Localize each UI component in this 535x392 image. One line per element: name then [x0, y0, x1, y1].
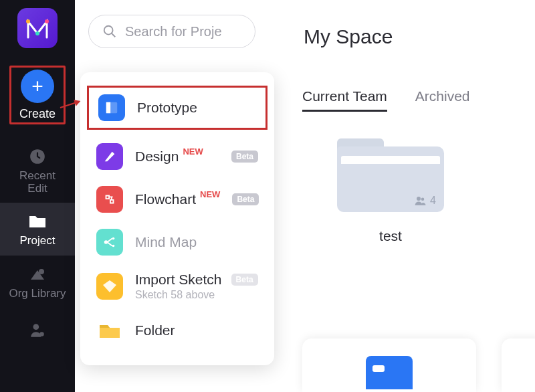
svg-rect-10: [106, 102, 110, 114]
flowchart-icon: [96, 186, 123, 213]
search-placeholder: Search for Proje: [125, 24, 222, 39]
project-card-partial[interactable]: [502, 338, 535, 392]
menu-label: Folder: [135, 322, 175, 338]
menu-item-design[interactable]: Design NEW Beta: [80, 135, 274, 178]
svg-point-14: [417, 197, 421, 201]
beta-badge: Beta: [231, 151, 258, 163]
svg-point-1: [45, 19, 49, 23]
library-icon: [27, 264, 48, 285]
create-button[interactable]: +: [21, 70, 54, 103]
menu-item-flowchart[interactable]: Flowchart NEW Beta: [80, 178, 274, 221]
svg-point-0: [26, 19, 30, 23]
svg-point-13: [112, 245, 115, 248]
new-badge: NEW: [200, 189, 220, 199]
svg-point-15: [421, 198, 425, 201]
beta-badge: Beta: [232, 193, 259, 205]
sidebar-item-project[interactable]: Project: [0, 203, 75, 256]
main-panel: Search for Proje Prototype Design NEW Be…: [75, 0, 535, 392]
plus-icon: +: [31, 75, 43, 98]
tab-current-team[interactable]: Current Team: [302, 88, 387, 112]
sidebar-item-org-library[interactable]: Org Library: [0, 256, 75, 308]
user-icon: [27, 319, 48, 340]
app-logo[interactable]: [17, 8, 58, 48]
menu-label: Flowchart NEW: [135, 191, 220, 207]
menu-label: Mind Map: [135, 234, 197, 250]
svg-point-2: [35, 31, 39, 35]
project-thumbnail-icon: [366, 356, 413, 389]
svg-point-12: [112, 237, 115, 240]
member-count: 4: [415, 195, 436, 207]
design-icon: [96, 143, 123, 170]
sidebar-item-user[interactable]: [0, 311, 75, 349]
folder-thumbnail: 4: [337, 138, 444, 212]
create-button-highlight: + Create: [9, 66, 66, 124]
menu-label: Import Sketch Beta: [135, 272, 258, 288]
search-input[interactable]: Search for Proje: [88, 15, 255, 48]
folder-card[interactable]: 4 test: [324, 138, 457, 244]
tab-archived[interactable]: Archived: [415, 88, 470, 112]
svg-line-8: [112, 33, 116, 37]
menu-item-import-sketch[interactable]: Import Sketch Beta Sketch 58 above: [80, 264, 274, 309]
folder-icon: [27, 211, 48, 232]
sidebar-item-label: Recent Edit: [19, 170, 56, 195]
svg-point-7: [104, 26, 113, 35]
folder-name: test: [379, 228, 402, 244]
app-sidebar: + Create Recent Edit Project Org Library: [0, 0, 75, 392]
sidebar-item-recent-edit[interactable]: Recent Edit: [0, 138, 75, 203]
logo-icon: [24, 15, 51, 41]
sidebar-item-label: Project: [20, 235, 56, 248]
menu-item-folder[interactable]: Folder: [80, 309, 274, 352]
sidebar-item-label: Org Library: [9, 288, 66, 300]
people-icon: [415, 196, 427, 205]
search-icon: [102, 24, 117, 39]
svg-point-5: [33, 324, 39, 330]
project-card[interactable]: [302, 338, 476, 392]
svg-point-6: [39, 332, 44, 336]
menu-label: Design NEW: [135, 149, 203, 165]
tabs: Current Team Archived: [302, 88, 535, 112]
clock-icon: [27, 146, 48, 167]
mindmap-icon: [96, 229, 123, 256]
create-label: Create: [19, 107, 56, 121]
beta-badge: Beta: [231, 274, 258, 286]
page-title: My Space: [302, 25, 535, 48]
menu-item-mindmap[interactable]: Mind Map: [80, 221, 274, 264]
menu-sublabel: Sketch 58 above: [135, 289, 258, 301]
folder-icon: [96, 317, 123, 344]
prototype-icon: [98, 94, 125, 121]
new-badge: NEW: [183, 146, 203, 157]
menu-item-prototype[interactable]: Prototype: [87, 86, 268, 130]
create-menu: Prototype Design NEW Beta Flowchart NEW …: [80, 72, 274, 365]
menu-label: Prototype: [137, 100, 197, 116]
svg-point-4: [39, 269, 44, 274]
sketch-icon: [96, 273, 123, 300]
content-area: My Space Current Team Archived 4 test: [302, 0, 535, 392]
